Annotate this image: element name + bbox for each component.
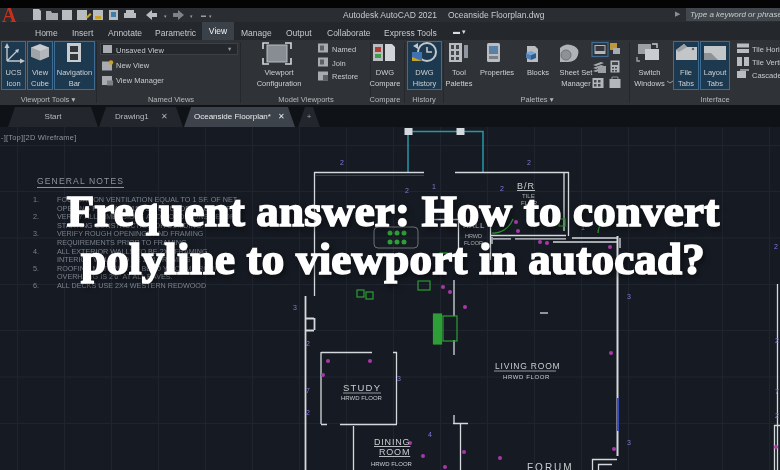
svg-text:3: 3 — [627, 293, 631, 300]
svg-text:2: 2 — [340, 159, 344, 166]
svg-text:▾: ▾ — [190, 13, 193, 19]
svg-text:2: 2 — [775, 337, 779, 344]
svg-text:2: 2 — [306, 409, 310, 416]
svg-text:4: 4 — [428, 431, 432, 438]
svg-text:3: 3 — [397, 375, 401, 382]
svg-text:ROOM: ROOM — [379, 447, 410, 457]
svg-text:HRWD FLOOR: HRWD FLOOR — [503, 374, 550, 380]
svg-text:2: 2 — [306, 340, 310, 347]
svg-text:LIVING ROOM: LIVING ROOM — [495, 361, 560, 371]
svg-text:HRWD FLOOR: HRWD FLOOR — [341, 395, 383, 401]
svg-text:FORUM: FORUM — [527, 462, 574, 470]
svg-text:7: 7 — [775, 388, 779, 395]
svg-text:2: 2 — [775, 412, 779, 419]
svg-text:▾: ▾ — [164, 13, 167, 19]
svg-text:STUDY: STUDY — [343, 382, 381, 393]
svg-text:HRWD FLOOR: HRWD FLOOR — [371, 461, 413, 467]
svg-text:DINING: DINING — [374, 437, 410, 447]
svg-text:7: 7 — [306, 387, 310, 394]
svg-text:3: 3 — [627, 439, 631, 446]
svg-text:3: 3 — [293, 304, 297, 311]
svg-text:▾: ▾ — [209, 13, 212, 19]
svg-text:▬: ▬ — [201, 12, 206, 18]
svg-text:2: 2 — [527, 159, 531, 166]
